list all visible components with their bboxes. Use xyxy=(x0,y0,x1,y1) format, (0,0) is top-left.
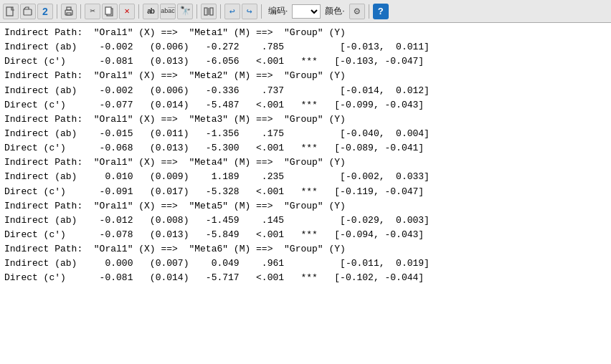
data-line: Direct (c') -0.078 (0.013) -5.849 <.001 … xyxy=(4,228,607,242)
toolbar-separator-3 xyxy=(138,4,139,19)
settings-button[interactable]: ⚙ xyxy=(349,4,365,19)
svg-rect-1 xyxy=(24,9,32,15)
data-line: Indirect (ab) -0.012 (0.008) -1.459 .145… xyxy=(4,214,607,228)
redo-button[interactable]: ↪ xyxy=(242,4,257,19)
data-line: Indirect (ab) 0.010 (0.009) 1.189 .235 [… xyxy=(4,170,607,184)
data-line: Direct (c') -0.081 (0.013) -6.056 <.001 … xyxy=(4,54,607,69)
copy-button[interactable] xyxy=(102,4,118,19)
data-line: Direct (c') -0.068 (0.013) -5.300 <.001 … xyxy=(4,141,607,155)
toolbar-separator-7 xyxy=(369,4,369,19)
path-line: Indirect Path: "Oral1" (X) ==> "Meta4" (… xyxy=(4,155,607,170)
svg-rect-6 xyxy=(105,7,111,14)
toolbar: 2 ✂ ✕ ab ab ac 🔭 ↩ ↪ 编码· 颜色· ⚙ ? xyxy=(0,0,611,23)
path-line: Indirect Path: "Oral1" (X) ==> "Meta5" (… xyxy=(4,199,607,214)
path-line: Indirect Path: "Oral1" (X) ==> "Meta3" (… xyxy=(4,112,607,127)
data-line: Indirect (ab) -0.002 (0.006) -0.272 .785… xyxy=(4,40,607,54)
svg-rect-4 xyxy=(67,13,71,15)
toolbar-separator-5 xyxy=(220,4,221,19)
cut-button[interactable]: ✂ xyxy=(85,4,100,19)
svg-rect-7 xyxy=(204,8,207,15)
toolbar-separator-1 xyxy=(57,4,57,19)
toolbar-separator-6 xyxy=(261,4,262,19)
toolbar-separator-2 xyxy=(80,4,81,19)
help-button[interactable]: ? xyxy=(373,4,389,19)
toolbar-separator-4 xyxy=(196,4,197,19)
path-line: Indirect Path: "Oral1" (X) ==> "Meta2" (… xyxy=(4,69,607,83)
data-line: Direct (c') -0.077 (0.014) -5.487 <.001 … xyxy=(4,98,607,112)
data-line: Direct (c') -0.091 (0.017) -5.328 <.001 … xyxy=(4,185,607,199)
encoding-label: 编码· xyxy=(265,4,290,19)
delete-button[interactable]: ✕ xyxy=(119,4,135,19)
insert-column-button[interactable] xyxy=(201,4,217,19)
data-line: Indirect (ab) -0.015 (0.011) -1.356 .175… xyxy=(4,127,607,141)
save-file-button[interactable]: 2 xyxy=(37,4,53,19)
path-line: Indirect Path: "Oral1" (X) ==> "Meta6" (… xyxy=(4,242,607,257)
replace-text-button[interactable]: ab ac xyxy=(160,4,176,19)
path-line: Indirect Path: "Oral1" (X) ==> "Meta1" (… xyxy=(4,26,607,40)
data-line: Indirect (ab) 0.000 (0.007) 0.049 .961 [… xyxy=(4,257,607,271)
svg-rect-8 xyxy=(210,8,213,15)
print-button[interactable] xyxy=(61,4,77,19)
open-file-button[interactable] xyxy=(20,4,36,19)
undo-button[interactable]: ↩ xyxy=(224,4,240,19)
data-line: Direct (c') -0.081 (0.014) -5.717 <.001 … xyxy=(4,271,607,285)
new-file-button[interactable] xyxy=(3,4,19,19)
binoculars-button[interactable]: 🔭 xyxy=(177,4,193,19)
find-text-button[interactable]: ab xyxy=(143,4,158,19)
color-label: 颜色· xyxy=(322,4,347,19)
svg-rect-3 xyxy=(67,7,71,10)
data-line: Indirect (ab) -0.002 (0.006) -0.336 .737… xyxy=(4,84,607,98)
output-content: Indirect Path: "Oral1" (X) ==> "Meta1" (… xyxy=(0,23,611,364)
svg-rect-0 xyxy=(6,7,13,16)
encoding-select[interactable] xyxy=(292,4,321,19)
